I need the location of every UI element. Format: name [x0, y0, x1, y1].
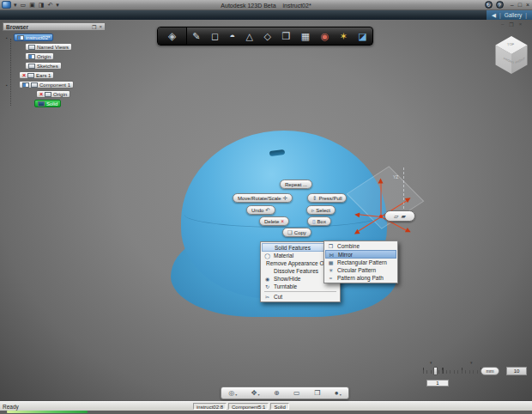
scale-slider-handle[interactable] — [433, 367, 438, 375]
status-component-ref[interactable]: Component5:1 — [228, 403, 269, 410]
back-icon[interactable]: ◀ — [492, 12, 496, 19]
sketch-icon[interactable]: ✎ — [192, 27, 200, 45]
scale-value[interactable]: 1 — [426, 380, 449, 387]
axis-arrow-up[interactable] — [381, 182, 382, 216]
submenu-item-combine[interactable]: ❒ Combine — [325, 242, 396, 250]
navigation-bar: ◎▾ ✥▾ ⊕ ▭ ❒ ●▾ — [221, 387, 349, 399]
delete-button[interactable]: Delete × — [259, 216, 289, 226]
tree-item-named-views[interactable]: Named Views — [25, 43, 72, 51]
feature-icon — [27, 73, 34, 78]
bottom-edge — [0, 411, 532, 414]
move-rotate-scale-button[interactable]: Move/Rotate/Scale ✛ — [233, 193, 293, 203]
status-document-ref[interactable]: instruct02:8 — [193, 403, 227, 410]
dropdown-icon[interactable]: ▾ — [235, 393, 237, 397]
material-icon[interactable]: ◉ — [321, 27, 329, 45]
menu-item-label: Show/Hide — [274, 276, 300, 282]
menu-item-turntable[interactable]: ↻ Turntable — [262, 283, 339, 290]
menu-item-label: Circular Pattern — [337, 267, 376, 273]
undo-button[interactable]: Undo ↶ — [246, 205, 275, 215]
qat-menu-arrow-icon[interactable]: ▾ — [56, 1, 59, 9]
box-button[interactable]: ▯ Box — [307, 216, 331, 226]
tree-item-origin[interactable]: Origin — [25, 52, 54, 60]
document-icon — [17, 35, 24, 40]
options-icon[interactable]: ◨ — [39, 1, 45, 9]
open-icon[interactable]: ▭ — [21, 1, 27, 9]
tree-item-label: instruct02* — [26, 35, 50, 40]
tree-item-sketches[interactable]: Sketches — [25, 62, 62, 70]
view-cube[interactable]: TOP FRONT RIGHT — [493, 34, 530, 76]
repeat-button[interactable]: Repeat ... — [280, 180, 312, 189]
viewport[interactable]: – ❐ × TOP FRONT RIGHT Browser ❐ × ▪ inst… — [0, 20, 532, 401]
combine-icon: ❒ — [327, 243, 335, 249]
press-pull-button[interactable]: ⇕ Press/Pull — [307, 193, 347, 203]
tree-item-label: Origin — [53, 92, 67, 97]
minimize-button[interactable]: – — [511, 2, 514, 8]
browser-panel-header[interactable]: Browser ❐ × — [3, 22, 106, 31]
dropdown-icon[interactable]: ▾ — [340, 393, 342, 397]
doc-restore-button[interactable]: ❐ — [509, 21, 513, 27]
manipulator-hub[interactable] — [379, 215, 383, 218]
text-2d-icon[interactable]: ✶ — [340, 27, 348, 45]
tree-item-document[interactable]: instruct02* — [14, 33, 53, 41]
snap-icon[interactable]: ◪ — [358, 27, 366, 45]
logo-dropdown-icon[interactable]: ▾ — [14, 1, 17, 9]
submenu-item-circular-pattern[interactable]: ✳ Circular Pattern — [325, 266, 396, 274]
browser-close-icon[interactable]: × — [99, 24, 102, 30]
pill-label: Repeat ... — [285, 182, 307, 187]
expander-icon[interactable]: ▪ — [6, 35, 8, 40]
box-icon: ▯ — [312, 218, 316, 225]
menu-item-label: Combine — [337, 243, 360, 249]
combine-icon[interactable]: ❒ — [281, 27, 290, 45]
expander-icon[interactable]: ▪ — [6, 82, 8, 88]
gallery-segment: ◀ | Gallery | — [487, 10, 532, 20]
primitives-icon[interactable]: ◻ — [211, 27, 219, 45]
fit-view-icon[interactable]: ▭ — [293, 389, 300, 397]
mirror-icon: ⋈ — [328, 252, 336, 258]
submenu-item-mirror[interactable]: ⋈ Mirror — [325, 250, 396, 259]
menu-item-cut[interactable]: ✂ Cut — [262, 293, 339, 301]
undo-icon[interactable]: ↶ — [47, 1, 52, 9]
sketches-folder-icon — [28, 64, 35, 69]
sync-button[interactable]: ↻ — [485, 1, 493, 9]
display-style-icon[interactable]: ●▾ — [335, 389, 342, 397]
doc-minimize-button[interactable]: – — [501, 21, 504, 27]
maximize-button[interactable]: □ — [518, 2, 522, 8]
main-menu-button[interactable]: ◈ — [158, 27, 187, 45]
revolve-icon[interactable]: △ — [246, 27, 253, 45]
tree-item-component-origin[interactable]: × Origin — [36, 90, 70, 98]
close-button[interactable]: × — [526, 2, 529, 8]
submenu-item-rectangular-pattern[interactable]: ▦ Rectangular Pattern — [325, 259, 396, 266]
app-title: Autodesk 123D Beta — [221, 3, 275, 9]
pan-icon[interactable]: ✥▾ — [251, 389, 260, 397]
named-views-icon — [28, 45, 35, 50]
help-button[interactable]: ? — [496, 1, 504, 9]
modify-icon[interactable]: ◇ — [264, 27, 271, 45]
eye-icon: ◉ — [263, 276, 271, 282]
tree-item-ears[interactable]: × Ears 1 — [19, 71, 54, 79]
doc-close-button[interactable]: × — [519, 21, 523, 27]
mirror-flip-button[interactable]: ▰ — [402, 212, 406, 220]
orbit-icon[interactable]: ◎▾ — [228, 389, 237, 397]
app-logo-icon[interactable] — [2, 1, 11, 9]
status-body-ref[interactable]: Solid — [270, 403, 288, 410]
pill-label: Select — [316, 208, 330, 213]
save-icon[interactable]: ▣ — [29, 1, 35, 9]
copy-button[interactable]: ❏ Copy — [282, 228, 311, 237]
pattern-icon[interactable]: ▦ — [301, 27, 310, 45]
grid-size-field[interactable]: 10 — [506, 367, 527, 375]
main-toolbar: ◈ ✎ ◻ ◓ △ ◇ ❒ ▦ ◉ ✶ ◪ — [157, 27, 373, 46]
viewcube-toggle-icon[interactable]: ❒ — [314, 389, 320, 397]
tree-item-label: Origin — [37, 54, 51, 59]
gallery-tab[interactable]: Gallery — [505, 12, 523, 18]
tree-item-solid[interactable]: Solid — [34, 100, 61, 107]
zoom-icon[interactable]: ⊕ — [274, 389, 280, 397]
submenu-item-pattern-along-path[interactable]: ≈ Pattern along Path — [325, 274, 396, 282]
unit-button[interactable]: mm — [481, 367, 499, 375]
select-button[interactable]: ▹ Select — [306, 205, 336, 215]
mirror-plane-button[interactable]: ▱ — [394, 212, 398, 220]
circular-pattern-icon: ✳ — [327, 267, 335, 273]
tree-item-component[interactable]: Component 1 — [19, 81, 74, 88]
dropdown-icon[interactable]: ▾ — [257, 393, 259, 397]
press-pull-icon[interactable]: ◓ — [229, 27, 235, 45]
browser-dock-icon[interactable]: ❐ — [92, 24, 96, 30]
